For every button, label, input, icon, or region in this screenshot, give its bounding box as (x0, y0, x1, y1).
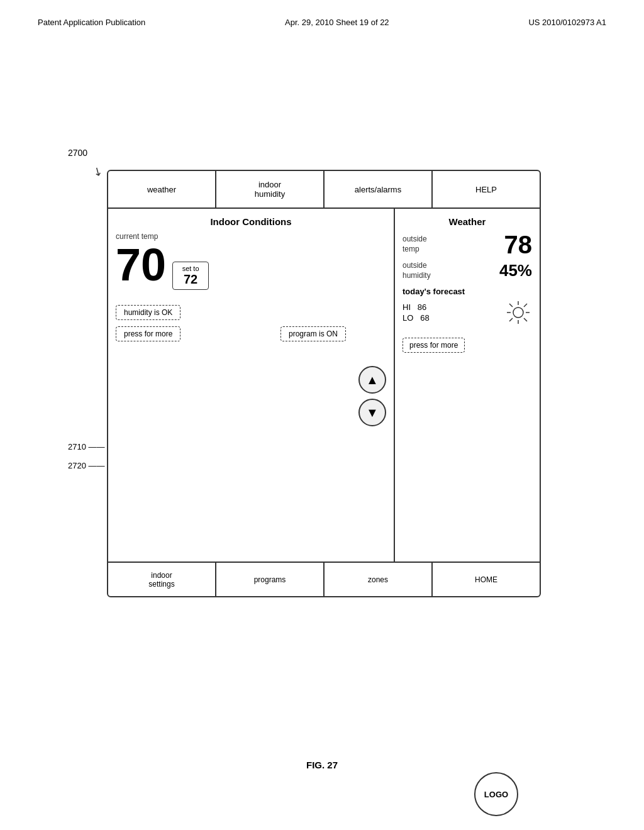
forecast-hi: HI 86 (402, 302, 430, 312)
header-center: Apr. 29, 2010 Sheet 19 of 22 (285, 18, 389, 27)
main-content-area: Indoor Conditions current temp 70 set to… (108, 209, 540, 562)
temp-row: 70 set to 72 (116, 242, 346, 290)
tab-programs[interactable]: programs (216, 563, 325, 596)
svg-point-0 (513, 307, 523, 318)
indoor-conditions-panel: Indoor Conditions current temp 70 set to… (108, 209, 395, 562)
indoor-bottom-row: press for more program is ON (116, 326, 346, 341)
logo-circle: LOGO (474, 772, 518, 816)
svg-line-8 (509, 318, 513, 321)
label-2720: 2720 —— (68, 461, 105, 470)
svg-line-7 (524, 304, 527, 307)
indoor-main-body: current temp 70 set to 72 humidity is OK (116, 232, 386, 554)
current-temp-value: 70 (116, 242, 166, 287)
tab-alerts-alarms[interactable]: alerts/alarms (325, 171, 433, 208)
indoor-left-section: current temp 70 set to 72 humidity is OK (116, 232, 346, 554)
outside-humidity-value: 45% (499, 261, 532, 280)
header-right: US 2010/0102973 A1 (528, 18, 606, 27)
tab-home[interactable]: HOME (433, 563, 540, 596)
forecast-row: HI 86 LO 68 (402, 299, 532, 326)
set-to-box: set to 72 (172, 262, 209, 290)
weather-panel: Weather outsidetemp 78 outsidehumidity 4… (395, 209, 540, 562)
tab-indoor-humidity[interactable]: indoorhumidity (216, 171, 325, 208)
indoor-conditions-title: Indoor Conditions (116, 216, 386, 227)
temp-down-button[interactable]: ▼ (358, 399, 386, 426)
humidity-ok-container: humidity is OK (116, 300, 346, 320)
top-navigation: weather indoorhumidity alerts/alarms HEL… (108, 171, 540, 209)
forecast-title: today's forecast (402, 287, 532, 296)
bottom-navigation: indoorsettings programs zones HOME (108, 562, 540, 596)
weather-press-for-more-container: press for more (402, 333, 532, 353)
set-to-label: set to (182, 265, 199, 272)
logo-area: LOGO (474, 772, 518, 816)
svg-line-6 (524, 318, 527, 321)
weather-press-for-more-button[interactable]: press for more (402, 338, 465, 353)
forecast-lo: LO 68 (402, 313, 430, 323)
sun-icon (504, 299, 532, 326)
weather-title: Weather (402, 216, 532, 227)
header-left: Patent Application Publication (38, 18, 145, 27)
tab-indoor-settings[interactable]: indoorsettings (108, 563, 216, 596)
arrow-2700: ↘ (91, 163, 106, 180)
tab-zones[interactable]: zones (325, 563, 433, 596)
set-to-value: 72 (184, 272, 197, 287)
tab-weather[interactable]: weather (108, 171, 216, 208)
main-container: weather indoorhumidity alerts/alarms HEL… (107, 170, 541, 597)
outside-temp-value: 78 (504, 232, 533, 257)
forecast-hi-lo: HI 86 LO 68 (402, 302, 430, 323)
diagram-label-2700: 2700 (68, 148, 87, 158)
label-2710: 2710 —— (68, 442, 105, 451)
program-on-button[interactable]: program is ON (280, 326, 346, 341)
svg-line-5 (509, 304, 513, 307)
outside-temp-label: outsidetemp (402, 235, 427, 254)
figure-label: FIG. 27 (306, 760, 338, 770)
temp-up-button[interactable]: ▲ (358, 366, 386, 394)
page-header: Patent Application Publication Apr. 29, … (38, 18, 606, 27)
temp-arrow-section: ▲ ▼ (352, 232, 386, 554)
outside-humidity-label: outsidehumidity (402, 261, 431, 280)
tab-help[interactable]: HELP (433, 171, 540, 208)
humidity-ok-button[interactable]: humidity is OK (116, 305, 180, 320)
indoor-press-for-more-button[interactable]: press for more (116, 326, 180, 341)
outside-temp-row: outsidetemp 78 (402, 232, 532, 257)
outside-humidity-row: outsidehumidity 45% (402, 261, 532, 280)
